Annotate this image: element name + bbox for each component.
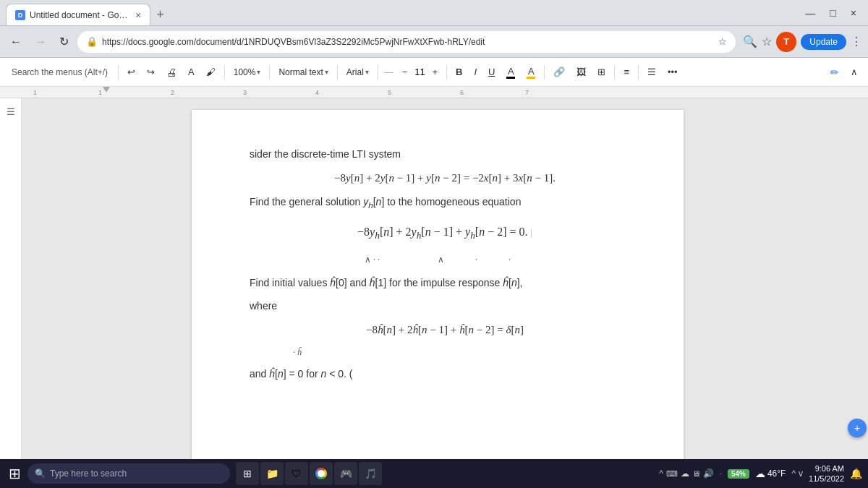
font-color-button[interactable]: A [502, 64, 519, 81]
browser-tab-bar: D Untitled document - Google Doc × + — □… [0, 0, 868, 26]
keyboard-icon[interactable]: ⌨ [666, 469, 678, 479]
doc-line-3: Find initial values ĥ[0] and ĥ[1] for th… [250, 275, 640, 291]
taskbar-search-box[interactable]: 🔍 Type here to search [27, 463, 230, 484]
tab-title: Untitled document - Google Doc [30, 10, 131, 20]
toolbar-divider-1 [118, 65, 119, 80]
spellcheck-button[interactable]: A [184, 64, 199, 80]
tab-close-button[interactable]: × [135, 9, 141, 21]
refresh-button[interactable]: ↻ [55, 32, 73, 51]
profile-button[interactable]: T [776, 32, 796, 52]
separator-dots: · [720, 469, 722, 478]
bookmark-icon: ☆ [762, 35, 772, 48]
search-icon: 🔍 [743, 35, 757, 48]
collapse-button[interactable]: ∧ [846, 64, 862, 80]
insert-button[interactable]: ⊞ [593, 64, 610, 80]
document-page: sider the discrete-time LTI system −8y[n… [192, 110, 684, 459]
app1-icon: 🎮 [340, 468, 352, 479]
taskbar-icon-antivirus[interactable]: 🛡 [285, 462, 308, 485]
windows-start-icon: ⊞ [9, 465, 21, 482]
taskbar: ⊞ 🔍 Type here to search ⊞ 📁 🛡 🎮 🎵 ^ ⌨ [0, 459, 868, 488]
toolbar-divider-6 [446, 65, 447, 80]
doc-line-4: and ĥ[n] = 0 for n < 0. ( [250, 366, 640, 382]
edit-button[interactable]: ✏ [826, 64, 843, 80]
current-time: 9:06 AM [809, 463, 844, 474]
highlight-label: A [528, 66, 535, 77]
page-scroll-area[interactable]: sider the discrete-time LTI system −8y[n… [22, 98, 854, 459]
folder-icon: 📁 [266, 468, 278, 479]
toolbar-divider-9 [638, 65, 639, 80]
more-button[interactable]: ••• [663, 64, 682, 80]
document-content: sider the discrete-time LTI system −8y[n… [250, 146, 640, 382]
paintformat-button[interactable]: 🖌 [202, 64, 220, 80]
current-date: 11/5/2022 [809, 474, 844, 484]
star-icon[interactable]: ☆ [718, 36, 727, 47]
notification-icon[interactable]: 🔔 [850, 468, 862, 479]
minimize-button[interactable]: — [799, 6, 821, 20]
underline-button[interactable]: U [484, 64, 499, 80]
sidebar-outline-icon[interactable]: ☰ [4, 104, 17, 119]
back-button[interactable]: ← [6, 33, 26, 51]
float-action-button[interactable]: + [848, 419, 867, 437]
bold-button[interactable]: B [451, 64, 467, 80]
doc-line-where: where [250, 298, 640, 314]
zoom-dropdown[interactable]: 100% ▾ [229, 65, 265, 80]
print-button[interactable]: 🖨 [162, 64, 181, 80]
toolbar-divider-3 [269, 65, 270, 80]
doc-equation-1: −8y[n] + 2y[n − 1] + y[n − 2] = −2x[n] +… [250, 169, 640, 187]
image-button[interactable]: 🖼 [572, 64, 590, 80]
window-controls: — □ × [799, 6, 862, 20]
style-dropdown[interactable]: Normal text ▾ [274, 65, 332, 80]
italic-button[interactable]: I [469, 64, 481, 80]
menu-icon[interactable]: ⋮ [851, 35, 862, 48]
font-size-control: − 11 + [398, 64, 442, 80]
ruler-area: 1 1 2 3 4 5 6 7 [0, 87, 868, 98]
taskbar-icon-files[interactable]: 📁 [260, 462, 284, 485]
tab-favicon: D [15, 10, 25, 20]
font-size-increase[interactable]: + [427, 64, 442, 80]
redo-button[interactable]: ↪ [142, 64, 159, 80]
highlight-button[interactable]: A [522, 64, 540, 81]
toolbar-divider-7 [544, 65, 545, 80]
start-button[interactable]: ⊞ [3, 462, 26, 485]
style-arrow: ▾ [325, 68, 328, 76]
widgets-icon: ⊞ [243, 468, 252, 479]
caret-up-icon[interactable]: ^ [659, 468, 663, 479]
font-size-value[interactable]: 11 [413, 67, 426, 77]
taskbar-icon-chrome[interactable] [310, 462, 333, 485]
update-button[interactable]: Update [801, 34, 846, 50]
clock-widget[interactable]: 9:06 AM 11/5/2022 [809, 463, 844, 484]
list-button[interactable]: ☰ [643, 64, 660, 80]
left-sidebar: ☰ [0, 98, 22, 459]
align-button[interactable]: ≡ [619, 64, 634, 80]
doc-caret-marks: ∧ · ·∧ · · [250, 253, 640, 267]
font-size-decrease[interactable]: − [398, 64, 412, 80]
link-button[interactable]: 🔗 [549, 64, 569, 80]
forward-button[interactable]: → [30, 33, 51, 51]
toolbar-divider-4 [337, 65, 338, 80]
taskbar-search-text: Type here to search [50, 468, 127, 479]
weather-temp: 46°F [767, 468, 786, 479]
right-gutter: + [854, 98, 868, 459]
monitor-icon[interactable]: 🖥 [692, 469, 700, 478]
active-tab[interactable]: D Untitled document - Google Doc × [6, 4, 150, 25]
taskbar-icons-group: ⊞ 📁 🛡 🎮 🎵 [236, 462, 382, 485]
system-tray: ^ ⌨ ☁ 🖥 🔊 · 54% ☁ 46°F ^ v 9:06 AM 11/5/… [659, 463, 865, 484]
close-window-button[interactable]: × [845, 6, 862, 20]
address-input[interactable]: 🔒 https://docs.google.com/document/d/1NR… [77, 31, 736, 53]
weather-widget[interactable]: ☁ 46°F [755, 468, 786, 479]
tab-list: D Untitled document - Google Doc × + [6, 0, 170, 25]
taskbar-icon-widgets[interactable]: ⊞ [236, 462, 259, 485]
cloud-icon[interactable]: ☁ [681, 468, 689, 479]
menu-search-label[interactable]: Search the menus (Alt+/) [6, 64, 114, 80]
maximize-button[interactable]: □ [824, 6, 841, 20]
taskbar-icon-app1[interactable]: 🎮 [334, 462, 357, 485]
taskbar-icon-app2[interactable]: 🎵 [359, 462, 382, 485]
new-tab-button[interactable]: + [150, 4, 170, 25]
undo-button[interactable]: ↩ [123, 64, 140, 80]
sys-icons-group: ^ ⌨ ☁ 🖥 🔊 [659, 468, 714, 479]
toolbar-divider-8 [614, 65, 615, 80]
font-size-dash: — [384, 67, 393, 77]
volume-icon[interactable]: 🔊 [703, 468, 714, 479]
font-dropdown[interactable]: Arial ▾ [342, 65, 373, 80]
address-bar-row: ← → ↻ 🔒 https://docs.google.com/document… [0, 26, 868, 58]
